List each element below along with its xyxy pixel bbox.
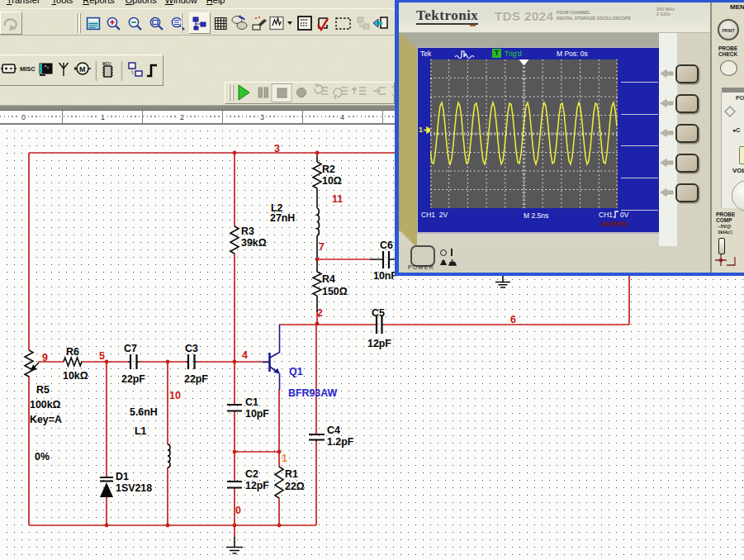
svg-text:11: 11 xyxy=(332,193,343,205)
svg-text:10pF: 10pF xyxy=(245,408,269,420)
svg-text:10nF: 10nF xyxy=(373,270,397,282)
svg-text:R1: R1 xyxy=(285,468,298,480)
svg-text:27nH: 27nH xyxy=(270,212,295,224)
svg-text:Q1: Q1 xyxy=(289,366,303,377)
svg-text:2: 2 xyxy=(317,307,323,319)
svg-text:6: 6 xyxy=(510,314,516,325)
svg-text:4: 4 xyxy=(242,349,248,361)
svg-text:C1: C1 xyxy=(245,396,258,408)
svg-text:1SV218: 1SV218 xyxy=(116,482,152,494)
svg-text:9: 9 xyxy=(42,352,48,363)
svg-text:C5: C5 xyxy=(372,307,385,319)
svg-text:BFR93AW: BFR93AW xyxy=(288,387,338,399)
svg-text:12pF: 12pF xyxy=(367,338,391,349)
svg-text:D1: D1 xyxy=(116,471,129,482)
svg-text:5: 5 xyxy=(99,350,105,362)
svg-text:C6: C6 xyxy=(380,240,393,251)
svg-text:39kΩ: 39kΩ xyxy=(241,237,267,249)
svg-text:22Ω: 22Ω xyxy=(285,481,305,492)
svg-text:R6: R6 xyxy=(66,346,79,358)
svg-text:Key=A: Key=A xyxy=(30,414,62,425)
svg-text:R5: R5 xyxy=(36,384,50,396)
svg-text:150Ω: 150Ω xyxy=(322,286,348,297)
svg-text:1: 1 xyxy=(282,453,287,464)
svg-text:L1: L1 xyxy=(135,425,147,437)
svg-text:10: 10 xyxy=(169,390,181,401)
svg-text:C2: C2 xyxy=(245,468,258,480)
svg-text:7: 7 xyxy=(319,241,325,253)
svg-text:12pF: 12pF xyxy=(245,480,269,491)
svg-text:10Ω: 10Ω xyxy=(322,175,342,187)
svg-text:5.6nH: 5.6nH xyxy=(130,406,158,418)
svg-text:3: 3 xyxy=(274,143,280,154)
svg-text:C4: C4 xyxy=(327,425,340,436)
svg-text:22pF: 22pF xyxy=(121,373,145,385)
svg-text:C7: C7 xyxy=(124,343,137,354)
svg-text:22pF: 22pF xyxy=(184,373,208,385)
svg-text:0: 0 xyxy=(235,505,241,516)
svg-text:R4: R4 xyxy=(322,273,335,285)
svg-text:R3: R3 xyxy=(241,225,254,237)
svg-text:0%: 0% xyxy=(35,451,50,463)
svg-text:100kΩ: 100kΩ xyxy=(30,399,61,411)
svg-text:10kΩ: 10kΩ xyxy=(63,370,88,382)
svg-text:C3: C3 xyxy=(185,343,198,354)
svg-text:1.2pF: 1.2pF xyxy=(327,436,354,448)
svg-text:R2: R2 xyxy=(322,164,335,175)
